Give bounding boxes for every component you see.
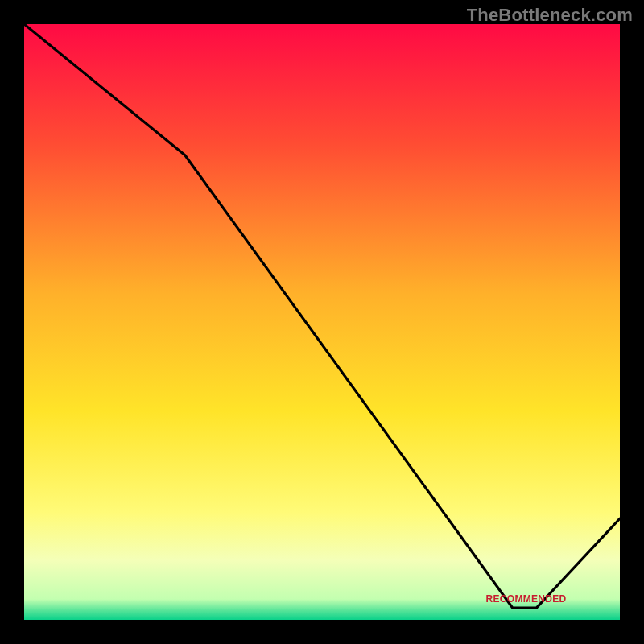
bottleneck-curve — [24, 24, 620, 608]
chart-root: TheBottleneck.com RECOMMENDED — [0, 0, 644, 644]
watermark-text: TheBottleneck.com — [467, 5, 633, 26]
curve-layer — [24, 24, 620, 620]
plot-area: RECOMMENDED — [24, 24, 620, 620]
recommended-label: RECOMMENDED — [486, 593, 567, 605]
